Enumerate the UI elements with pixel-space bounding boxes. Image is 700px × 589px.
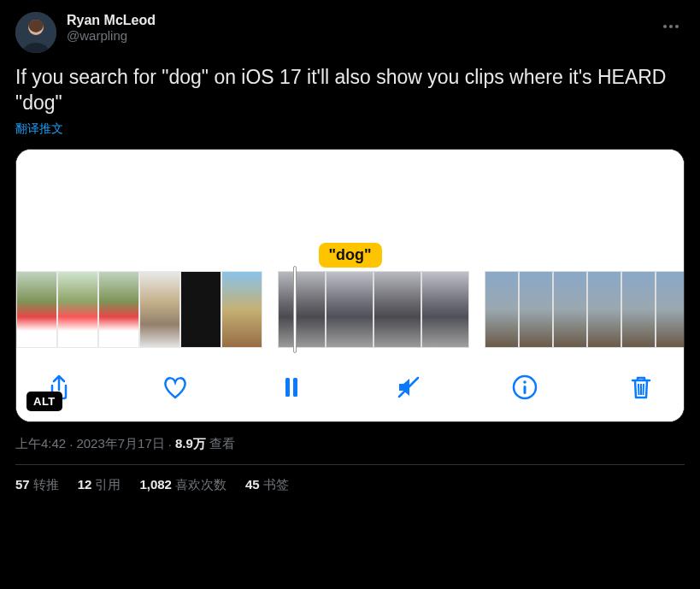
clip-thumb	[98, 271, 139, 348]
ellipsis-icon	[662, 24, 679, 29]
trash-icon	[627, 374, 655, 401]
clip-thumb	[139, 271, 180, 348]
tweet-text: If you search for "dog" on iOS 17 it'll …	[15, 65, 685, 116]
svg-line-11	[638, 384, 639, 395]
meta-views-count: 8.9万	[175, 436, 206, 452]
clip-thumb	[16, 271, 57, 348]
stat-number: 1,082	[139, 477, 172, 492]
clip-thumb	[485, 271, 519, 348]
meta-time[interactable]: 上午4:42	[15, 436, 66, 452]
translate-link[interactable]: 翻译推文	[15, 121, 63, 137]
svg-point-9	[523, 380, 526, 384]
info-button[interactable]	[511, 374, 538, 401]
handle[interactable]: @warpling	[67, 28, 156, 44]
video-timeline[interactable]	[16, 271, 684, 358]
display-name[interactable]: Ryan McLeod	[67, 12, 156, 28]
clip-thumb	[326, 271, 374, 348]
clip-cluster[interactable]	[278, 271, 469, 348]
clip-thumb	[421, 271, 469, 348]
clip-thumb	[180, 271, 221, 348]
meta-views-label: 查看	[209, 436, 235, 452]
author-names: Ryan McLeod @warpling	[67, 12, 156, 44]
info-icon	[511, 374, 538, 401]
media-toolbar	[16, 358, 684, 421]
meta-dot: ·	[69, 437, 73, 451]
more-button[interactable]	[657, 10, 685, 37]
clip-thumb	[221, 271, 262, 348]
mute-button[interactable]	[395, 374, 422, 401]
svg-rect-5	[285, 378, 290, 397]
svg-line-13	[643, 384, 644, 395]
avatar-image	[15, 12, 56, 53]
clip-thumb	[621, 271, 656, 348]
meta-date[interactable]: 2023年7月17日	[76, 436, 164, 452]
svg-point-4	[675, 25, 679, 28]
tweet-meta: 上午4:42 · 2023年7月17日 · 8.9万 查看	[15, 436, 685, 452]
clip-thumb	[57, 271, 98, 348]
stat-label: 喜欢次数	[175, 477, 226, 492]
clip-cluster[interactable]	[16, 271, 262, 348]
caption-row: "dog"	[16, 244, 684, 271]
stat-number: 45	[245, 477, 260, 492]
stat-label: 书签	[263, 477, 289, 492]
tweet-stats: 57转推 12引用 1,082喜欢次数 45书签	[15, 465, 685, 493]
clip-cluster[interactable]	[485, 271, 685, 348]
stat-number: 12	[78, 477, 92, 492]
avatar[interactable]	[15, 12, 56, 53]
tweet-container: Ryan McLeod @warpling If you search for …	[0, 0, 700, 493]
like-button[interactable]	[162, 374, 189, 401]
svg-point-3	[669, 25, 673, 28]
clip-thumb	[553, 271, 587, 348]
svg-rect-6	[293, 378, 297, 397]
meta-dot: ·	[168, 437, 172, 451]
clip-thumb	[519, 271, 553, 348]
clip-thumb	[278, 271, 326, 348]
bookmarks-stat[interactable]: 45书签	[245, 477, 289, 493]
likes-stat[interactable]: 1,082喜欢次数	[139, 477, 226, 493]
delete-button[interactable]	[627, 374, 655, 401]
stat-label: 引用	[95, 477, 121, 492]
pause-icon	[278, 374, 305, 401]
stat-number: 57	[15, 477, 30, 492]
speaker-muted-icon	[395, 374, 422, 401]
clip-thumb	[587, 271, 621, 348]
heart-icon	[162, 374, 189, 401]
media-header-space	[16, 150, 684, 244]
retweets-stat[interactable]: 57转推	[15, 477, 59, 493]
playhead[interactable]	[293, 266, 297, 353]
pause-button[interactable]	[278, 374, 305, 401]
quotes-stat[interactable]: 12引用	[78, 477, 121, 493]
alt-badge[interactable]: ALT	[26, 392, 62, 411]
clip-thumb	[374, 271, 421, 348]
clip-thumb	[656, 271, 685, 348]
stat-label: 转推	[33, 477, 59, 492]
tweet-header: Ryan McLeod @warpling	[15, 12, 685, 53]
svg-rect-10	[523, 386, 526, 394]
caption-tag: "dog"	[318, 243, 381, 268]
media-attachment[interactable]: "dog"	[15, 149, 685, 422]
svg-point-2	[663, 25, 667, 28]
